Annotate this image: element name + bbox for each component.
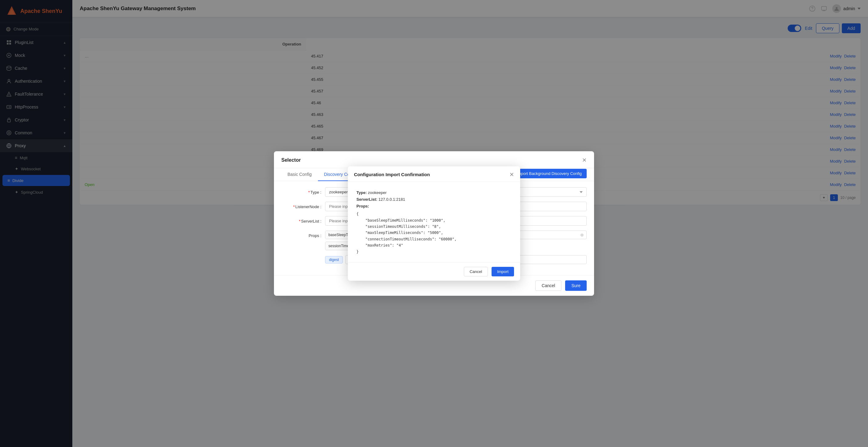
- confirm-props-row: Props:: [356, 203, 512, 210]
- confirm-type-value: zookeeper: [368, 190, 386, 195]
- confirm-props-value: { "baseSleepTimeMilliseconds": "1000", "…: [356, 211, 512, 255]
- confirm-modal-body: Type: zookeeper ServerList: 127.0.0.1:21…: [348, 182, 520, 262]
- confirm-import-button[interactable]: Import: [492, 267, 514, 276]
- confirm-modal-title: Configuration Import Confirmation: [354, 172, 430, 177]
- confirm-modal-close-button[interactable]: ✕: [509, 171, 514, 178]
- confirm-serverlist-label: ServerList:: [356, 197, 377, 202]
- confirm-modal: Configuration Import Confirmation ✕ Type…: [348, 166, 520, 281]
- confirm-props-label: Props:: [356, 204, 369, 208]
- confirm-modal-overlay: Configuration Import Confirmation ✕ Type…: [0, 0, 868, 447]
- confirm-modal-header: Configuration Import Confirmation ✕: [348, 166, 520, 182]
- confirm-cancel-button[interactable]: Cancel: [464, 267, 488, 276]
- confirm-modal-footer: Cancel Import: [348, 262, 520, 281]
- confirm-type-label: Type:: [356, 190, 367, 195]
- confirm-serverlist-value: 127.0.0.1:2181: [379, 197, 405, 202]
- confirm-serverlist-row: ServerList: 127.0.0.1:2181: [356, 196, 512, 203]
- selector-modal-overlay: Selector ✕ Basic Config Discovery Config…: [0, 0, 868, 447]
- confirm-type-row: Type: zookeeper: [356, 190, 512, 196]
